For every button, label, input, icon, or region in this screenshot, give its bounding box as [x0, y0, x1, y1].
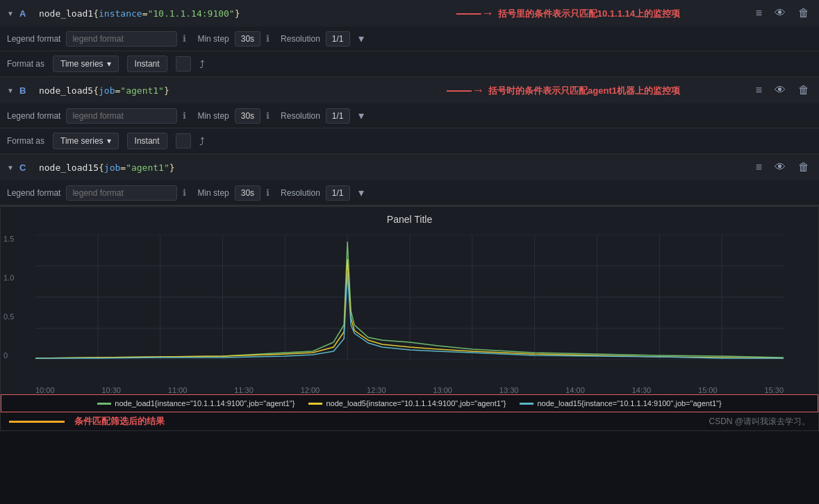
- annotation-text-b: 括号时的条件表示只匹配agent1机器上的监控项: [488, 84, 680, 96]
- format-row-b: Format as Time series ▾ Instant ⤴: [0, 128, 819, 153]
- x-label-10:30: 10:30: [101, 386, 121, 394]
- export-btn-a[interactable]: ⤴: [199, 58, 205, 70]
- instant-btn-a[interactable]: Instant: [127, 56, 167, 72]
- query-code-c[interactable]: node_load15{job="agent1"}: [39, 162, 747, 173]
- resolution-dropdown-a[interactable]: ▾: [356, 31, 367, 47]
- y-label-0: 0: [3, 351, 14, 360]
- min-step-label-a: Min step: [197, 34, 229, 44]
- format-value-b: Time series: [60, 136, 104, 146]
- legend-info-icon-c: ℹ: [183, 187, 186, 198]
- bottom-underline: [9, 421, 65, 423]
- checkbox-b[interactable]: [176, 133, 191, 149]
- x-label-14:00: 14:00: [565, 386, 585, 394]
- bottom-note: 条件匹配筛选后的结果: [9, 415, 165, 428]
- x-label-13:00: 13:00: [433, 386, 452, 394]
- query-annotation-a: ——→ 括号里的条件表示只匹配10.1.1.14上的监控项: [456, 6, 680, 21]
- min-step-value-a: 30s: [235, 31, 260, 47]
- legend-item-1: node_load5{instance="10.1.1.14:9100",job…: [308, 399, 506, 408]
- x-label-13:30: 13:30: [499, 386, 519, 394]
- legend-info-icon-a: ℹ: [183, 33, 186, 44]
- collapse-arrow-b[interactable]: ▼: [7, 87, 14, 94]
- legend-format-input-c[interactable]: [66, 185, 177, 201]
- y-label-0.5: 0.5: [3, 312, 14, 321]
- metric-name-b: node_load5: [39, 85, 93, 96]
- menu-btn-a[interactable]: ≡: [753, 6, 765, 21]
- resolution-value-c: 1/1: [326, 185, 350, 201]
- brace-c: {job="agent1"}: [99, 162, 175, 173]
- eye-btn-b[interactable]: 👁: [772, 83, 788, 98]
- y-label-1.0: 1.0: [3, 274, 14, 282]
- resolution-group-a: Resolution 1/1 ▾: [281, 31, 366, 47]
- metric-name-c: node_load15: [39, 162, 99, 173]
- bottom-note-text: 条件匹配筛选后的结果: [74, 415, 165, 428]
- resolution-value-a: 1/1: [326, 31, 350, 47]
- resolution-label-a: Resolution: [281, 34, 320, 44]
- min-step-info-b: ℹ: [266, 110, 270, 121]
- query-label-b: B: [19, 85, 33, 96]
- x-label-10:00: 10:00: [35, 386, 55, 394]
- min-step-value-b: 30s: [235, 108, 260, 124]
- legend-format-label-c: Legend format: [7, 188, 60, 198]
- resolution-dropdown-c[interactable]: ▾: [356, 185, 367, 201]
- legend-item-2: node_load15{instance="10.1.1.14:9100",jo…: [520, 399, 721, 408]
- resolution-group-b: Resolution 1/1 ▾: [281, 108, 366, 124]
- eye-btn-a[interactable]: 👁: [772, 6, 788, 21]
- query-options-a: Legend format ℹ Min step 30s ℹ Resolutio…: [0, 26, 819, 51]
- resolution-dropdown-b[interactable]: ▾: [356, 108, 367, 124]
- legend-label-1: node_load5{instance="10.1.1.14:9100",job…: [326, 399, 506, 408]
- chart-legend: node_load1{instance="10.1.1.14:9100",job…: [1, 394, 818, 412]
- resolution-group-c: Resolution 1/1 ▾: [281, 185, 366, 201]
- checkbox-a[interactable]: [176, 56, 191, 72]
- legend-color-1: [308, 403, 322, 405]
- bottom-annotation: 条件匹配筛选后的结果 CSDN @请叫我滚去学习。: [1, 412, 818, 430]
- x-label-15:00: 15:00: [698, 386, 718, 394]
- legend-format-group-a: Legend format ℹ: [7, 31, 186, 47]
- min-step-group-c: Min step 30s ℹ: [197, 185, 270, 201]
- eye-btn-c[interactable]: 👁: [772, 160, 788, 175]
- y-label-1.5: 1.5: [3, 235, 14, 243]
- resolution-value-b: 1/1: [326, 108, 350, 124]
- instant-btn-b[interactable]: Instant: [127, 133, 167, 149]
- trash-btn-a[interactable]: 🗑: [795, 6, 812, 21]
- legend-format-label-b: Legend format: [7, 111, 60, 121]
- x-label-12:00: 12:00: [301, 386, 320, 394]
- format-dropdown-b[interactable]: Time series ▾: [53, 133, 119, 149]
- x-axis-labels: 10:00 10:30 11:00 11:30 12:00 12:30 13:0…: [35, 386, 784, 394]
- query-label-c: C: [19, 162, 33, 173]
- legend-format-input-b[interactable]: [66, 108, 177, 124]
- query-actions-b: ≡ 👁 🗑: [753, 83, 812, 98]
- x-label-11:00: 11:00: [168, 386, 188, 394]
- resolution-label-b: Resolution: [281, 111, 320, 121]
- query-row-a: ▼ A node_load1{instance="10.1.1.14:9100"…: [0, 0, 819, 26]
- menu-btn-b[interactable]: ≡: [753, 83, 765, 98]
- brace-b: {job="agent1"}: [93, 85, 169, 96]
- chart-svg: [35, 235, 784, 360]
- legend-label-0: node_load1{instance="10.1.1.14:9100",job…: [115, 399, 295, 408]
- query-actions-c: ≡ 👁 🗑: [753, 160, 812, 175]
- x-label-12:30: 12:30: [367, 386, 386, 394]
- arrow-b: ——→: [447, 83, 484, 98]
- x-label-15:30: 15:30: [764, 386, 784, 394]
- x-label-11:30: 11:30: [234, 386, 254, 394]
- min-step-value-c: 30s: [235, 185, 260, 201]
- query-row-b: ▼ B node_load5{job="agent1"} ——→ 括号时的条件表…: [0, 77, 819, 103]
- menu-btn-c[interactable]: ≡: [753, 160, 765, 175]
- trash-btn-c[interactable]: 🗑: [795, 160, 812, 175]
- format-value-a: Time series: [60, 59, 104, 69]
- format-as-label-a: Format as: [7, 59, 44, 69]
- trash-btn-b[interactable]: 🗑: [795, 83, 812, 98]
- export-btn-b[interactable]: ⤴: [199, 135, 205, 147]
- legend-format-input-a[interactable]: [66, 31, 177, 47]
- legend-label-2: node_load15{instance="10.1.1.14:9100",jo…: [537, 399, 721, 408]
- collapse-arrow-a[interactable]: ▼: [7, 10, 14, 17]
- query-annotation-b: ——→ 括号时的条件表示只匹配agent1机器上的监控项: [447, 83, 680, 98]
- format-row-a: Format as Time series ▾ Instant ⤴: [0, 51, 819, 76]
- x-label-14:30: 14:30: [632, 386, 652, 394]
- resolution-label-c: Resolution: [281, 188, 320, 198]
- chart-container: 1.5 1.0 0.5 0: [1, 228, 818, 394]
- format-dropdown-a[interactable]: Time series ▾: [53, 56, 119, 72]
- min-step-label-c: Min step: [197, 188, 229, 198]
- arrow-a: ——→: [456, 6, 494, 21]
- min-step-info-a: ℹ: [266, 33, 270, 44]
- collapse-arrow-c[interactable]: ▼: [7, 164, 14, 171]
